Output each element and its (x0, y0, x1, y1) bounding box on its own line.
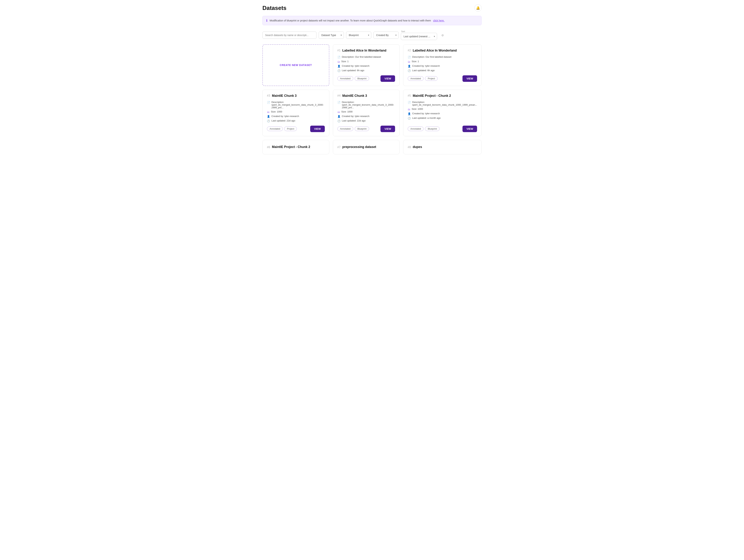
card-footer: AnnotatedProject VIEW (408, 75, 477, 82)
card-header: #5 MaintIE Project - Chunk 2 (408, 94, 477, 98)
card-meta: 📄 Description:spert_ds_merged_lexnorm_da… (408, 101, 477, 122)
notification-button[interactable]: 🔔 (474, 4, 482, 11)
created-by-text: Created by: tyler-research (412, 112, 440, 115)
created-by-text: Created by: tyler-research (271, 115, 299, 117)
tags-container: AnnotatedBlueprint (337, 126, 369, 131)
created-by-row: 👤 Created by: tyler-research (337, 65, 395, 68)
user-icon: 👤 (337, 65, 340, 68)
description-icon: 📄 (337, 101, 340, 104)
card-header: #4 MaintIE Chunk 3 (337, 94, 395, 98)
last-updated-row: 🕐 Last updated: a month ago (408, 117, 477, 120)
search-input[interactable] (262, 32, 317, 39)
size-text: Size: 1000 (341, 110, 353, 113)
card-footer: AnnotatedBlueprint VIEW (408, 126, 477, 132)
card-number: #1 (337, 48, 341, 52)
size-row: 🗂 Size: 1 (337, 60, 395, 63)
description-icon: 📄 (337, 56, 340, 59)
size-icon: 🗂 (408, 108, 410, 111)
tag: Blueprint (355, 76, 369, 81)
tag: Annotated (267, 126, 283, 131)
card-number: #6 (267, 145, 270, 149)
filter-clear-icon: ⊘ (441, 34, 444, 37)
card-meta: 📄 Description:spert_ds_merged_lexnorm_da… (267, 101, 325, 122)
description-text: Description:spert_ds_merged_lexnorm_data… (271, 101, 325, 109)
tag: Annotated (408, 126, 423, 131)
user-icon: 👤 (267, 115, 270, 118)
card-title: MaintIE Chunk 3 (342, 94, 367, 98)
size-icon: 🗂 (337, 110, 340, 113)
sort-wrapper: Sort Last updated (newest ... (401, 30, 437, 40)
last-updated-text: Last updated: 22d ago (271, 119, 295, 122)
last-updated-text: Last updated: 22d ago (342, 119, 366, 122)
bell-icon: 🔔 (476, 6, 480, 10)
created-by-text: Created by: tyler-research (412, 65, 440, 67)
dataset-type-wrapper: Dataset Type (319, 32, 344, 39)
created-by-text: Created by: tyler-research (342, 65, 369, 67)
size-text: Size: 1000 (412, 108, 423, 110)
description-text: Description: Our first labelled dataset (412, 55, 451, 58)
description-icon: 📄 (267, 101, 270, 104)
description-text: Description:spert_ds_merged_lexnorm_data… (342, 101, 395, 109)
user-icon: 👤 (408, 112, 411, 115)
create-dataset-card[interactable]: CREATE NEW DATASET (262, 44, 329, 86)
card-footer: AnnotatedProject VIEW (267, 126, 325, 132)
created-by-row: 👤 Created by: tyler-research (408, 65, 477, 68)
filters-bar: Dataset Type Blueprint Created By Sort L… (262, 30, 482, 40)
tags-container: AnnotatedBlueprint (408, 126, 440, 131)
last-updated-text: Last updated: a month ago (412, 117, 441, 119)
size-icon: 🗂 (408, 60, 410, 63)
created-by-text: Created by: tyler-research (342, 115, 369, 117)
info-icon: ℹ (266, 18, 267, 23)
view-button[interactable]: VIEW (310, 126, 325, 132)
description-row: 📄 Description:spert_ds_merged_lexnorm_da… (337, 101, 395, 109)
created-by-wrapper: Created By (373, 32, 399, 39)
tags-container: AnnotatedProject (267, 126, 297, 131)
page-container: Datasets 🔔 ℹ Modification of blueprint o… (257, 0, 487, 159)
card-number: #3 (267, 94, 270, 97)
size-row: 🗂 Size: 1000 (337, 110, 395, 113)
dataset-card: #3 MaintIE Chunk 3 📄 Description:spert_d… (262, 89, 329, 136)
view-button[interactable]: VIEW (462, 126, 477, 132)
page-title: Datasets (262, 5, 286, 11)
tag: Project (425, 76, 438, 81)
card-header: #3 MaintIE Chunk 3 (267, 94, 325, 98)
description-row: 📄 Description:spert_ds_merged_lexnorm_da… (408, 101, 477, 106)
card-number: #2 (408, 48, 411, 52)
sort-label: Sort (401, 30, 437, 32)
view-button[interactable]: VIEW (380, 126, 395, 132)
created-by-select[interactable]: Created By (373, 32, 399, 39)
dataset-type-select[interactable]: Dataset Type (319, 32, 344, 39)
card-header: #2 Labelled Alice In Wonderland (408, 48, 477, 52)
card-meta: 📄 Description:spert_ds_merged_lexnorm_da… (337, 101, 395, 122)
banner-link[interactable]: click here. (433, 19, 444, 22)
last-updated-row: 🕐 Last updated: 22d ago (267, 119, 325, 122)
dataset-card-partial: #8 dupes (403, 140, 482, 154)
description-icon: 📄 (408, 56, 411, 59)
tag: Annotated (337, 126, 353, 131)
create-dataset-label: CREATE NEW DATASET (280, 64, 312, 67)
description-text: Description:spert_ds_merged_lexnorm_data… (412, 101, 477, 106)
card-header: #1 Labelled Alice In Wonderland (337, 48, 395, 52)
info-banner: ℹ Modification of blueprint or project d… (262, 16, 482, 25)
card-title: MaintIE Chunk 3 (272, 94, 297, 98)
sort-select[interactable]: Last updated (newest ... (401, 33, 437, 40)
clear-filters-button[interactable]: ⊘ (439, 32, 446, 38)
last-updated-row: 🕐 Last updated: 22d ago (337, 119, 395, 122)
card-meta: 📄 Description: Our first labelled datase… (408, 55, 477, 72)
card-number: #7 (337, 145, 341, 149)
blueprint-select[interactable]: Blueprint (346, 32, 371, 39)
created-by-row: 👤 Created by: tyler-research (408, 112, 477, 115)
clock-icon: 🕐 (337, 119, 340, 122)
description-row: 📄 Description: Our first labelled datase… (408, 55, 477, 59)
dataset-card: #4 MaintIE Chunk 3 📄 Description:spert_d… (333, 89, 400, 136)
view-button[interactable]: VIEW (380, 75, 395, 82)
card-title: MaintIE Project - Chunk 2 (413, 94, 451, 98)
last-updated-row: 🕐 Last updated: 6h ago (408, 69, 477, 72)
dataset-card: #2 Labelled Alice In Wonderland 📄 Descri… (403, 44, 482, 86)
tag: Annotated (337, 76, 353, 81)
card-title: Labelled Alice In Wonderland (413, 48, 457, 52)
view-button[interactable]: VIEW (462, 75, 477, 82)
size-text: Size: 1 (341, 60, 349, 63)
last-updated-text: Last updated: 6h ago (342, 69, 364, 72)
size-text: Size: 1 (412, 60, 419, 63)
